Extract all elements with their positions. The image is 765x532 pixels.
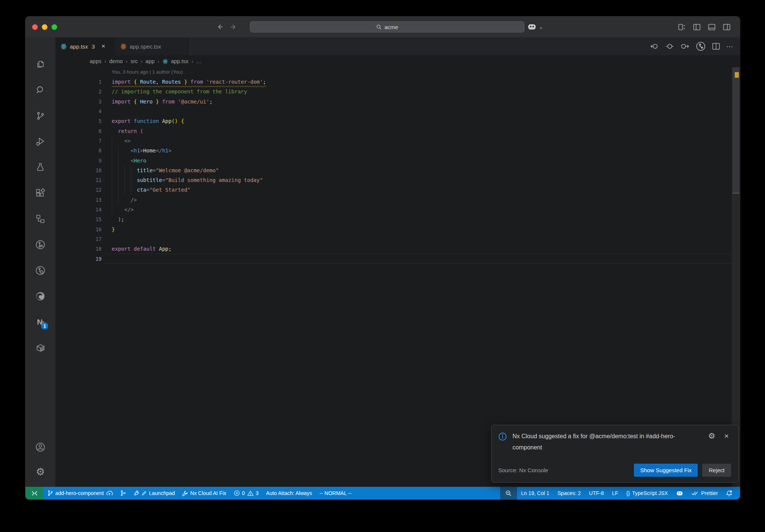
line-number[interactable]: 10	[55, 167, 102, 173]
git-branch-item[interactable]: add-hero-component	[44, 487, 117, 499]
scrollbar-thumb[interactable]	[733, 67, 739, 194]
breadcrumb-file[interactable]: app.tsx	[171, 58, 189, 64]
toggle-secondary-sidebar-icon[interactable]	[723, 24, 730, 30]
line-number[interactable]: 15	[55, 216, 102, 222]
code-line-9[interactable]: 9 <Hero	[55, 155, 732, 165]
encoding-item[interactable]: UTF-8	[585, 487, 608, 499]
references-view-icon[interactable]	[35, 214, 46, 224]
history-back-icon[interactable]	[217, 24, 223, 30]
line-number[interactable]: 1	[55, 79, 102, 85]
line-number[interactable]: 18	[55, 246, 102, 252]
code-line-2[interactable]: 2// importing the component from the lib…	[55, 87, 732, 96]
problems-item[interactable]: 0 3	[230, 487, 263, 499]
code-line-7[interactable]: 7 <>	[55, 136, 732, 146]
testing-icon[interactable]	[35, 162, 46, 173]
code-line-11[interactable]: 11 subtitle="Build something amazing tod…	[55, 175, 732, 185]
copilot-status-item[interactable]	[672, 487, 687, 499]
auto-attach-item[interactable]: Auto Attach: Always	[262, 487, 316, 499]
search-view-icon[interactable]	[35, 85, 46, 95]
close-tab-icon[interactable]: ×	[102, 43, 105, 50]
notification-close-icon[interactable]: ×	[724, 432, 729, 440]
history-forward-icon[interactable]	[230, 24, 237, 30]
code-line-10[interactable]: 10 title="Welcmoe @acme/demo"	[55, 166, 732, 175]
line-number[interactable]: 14	[55, 207, 102, 213]
code-line-19[interactable]: 19	[55, 254, 732, 263]
code-line-1[interactable]: 1import { Route, Routes } from 'react-ro…	[55, 77, 732, 87]
breadcrumb-item[interactable]: src	[130, 58, 137, 64]
source-control-icon[interactable]	[35, 111, 46, 121]
code-line-16[interactable]: 16}	[55, 225, 732, 234]
edge-browser-icon[interactable]	[35, 291, 46, 301]
code-line-4[interactable]: 4	[55, 106, 732, 116]
breadcrumb-item[interactable]: app	[146, 58, 155, 64]
vim-mode-item[interactable]: -- NORMAL --	[316, 487, 355, 499]
line-number[interactable]: 16	[55, 226, 102, 232]
line-number[interactable]: 4	[55, 108, 102, 114]
settings-gear-icon[interactable]: ⚙	[35, 467, 46, 477]
gitlens-inspect-icon[interactable]	[35, 265, 46, 276]
code-line-6[interactable]: 6 return (	[55, 126, 732, 136]
command-center-search[interactable]: acme	[250, 21, 524, 33]
copilot-icon[interactable]	[527, 23, 536, 31]
formatter-item[interactable]: Prettier	[687, 487, 722, 499]
accounts-icon[interactable]	[35, 442, 46, 452]
gitlens-blame-annotation[interactable]: You, 3 hours ago | 1 author (You)	[112, 69, 183, 75]
code-line-13[interactable]: 13 />	[55, 195, 732, 205]
language-mode-item[interactable]: {} TypeScript JSX	[622, 487, 672, 499]
nx-console-icon[interactable]: N› 1	[35, 317, 46, 327]
code-line-17[interactable]: 17	[55, 234, 732, 244]
breadcrumb-item[interactable]: apps	[90, 58, 101, 64]
editor-scrollbar[interactable]	[732, 67, 740, 487]
run-and-debug-icon[interactable]	[35, 136, 46, 147]
notification-settings-gear-icon[interactable]: ⚙	[708, 432, 715, 440]
code-line-14[interactable]: 14 </>	[55, 205, 732, 214]
more-actions-icon[interactable]: ⋯	[726, 42, 733, 51]
indentation-item[interactable]: Spaces: 2	[554, 487, 585, 499]
customize-layout-icon[interactable]	[678, 24, 685, 30]
close-window-button[interactable]	[32, 24, 38, 30]
line-number[interactable]: 13	[55, 197, 102, 203]
line-number[interactable]: 3	[55, 99, 102, 105]
extensions-icon[interactable]	[35, 188, 46, 198]
minimize-window-button[interactable]	[42, 24, 47, 30]
show-suggested-fix-button[interactable]: Show Suggested Fix	[634, 464, 698, 477]
line-number[interactable]: 12	[55, 187, 102, 193]
notifications-bell-item[interactable]	[722, 487, 736, 499]
zoom-out-item[interactable]	[500, 487, 517, 499]
code-line-5[interactable]: 5export function App() {	[55, 116, 732, 126]
git-graph-item[interactable]	[117, 487, 130, 499]
code-editor[interactable]: You, 3 hours ago | 1 author (You) 1impor…	[55, 67, 740, 487]
split-editor-icon[interactable]	[712, 43, 720, 50]
commit-graph-icon[interactable]	[696, 41, 706, 52]
line-number[interactable]: 17	[55, 236, 102, 242]
gitlens-icon[interactable]	[35, 239, 46, 250]
breadcrumb-symbol[interactable]: …	[196, 58, 202, 64]
line-number[interactable]: 2	[55, 89, 102, 95]
launchpad-item[interactable]: Launchpad	[130, 487, 179, 499]
cursor-position-item[interactable]: Ln 19, Col 1	[517, 487, 554, 499]
line-number[interactable]: 8	[55, 148, 102, 154]
code-line-15[interactable]: 15 );	[55, 214, 732, 224]
line-number[interactable]: 7	[55, 138, 102, 144]
tab-app-tsx[interactable]: app.tsx 3 ×	[55, 37, 115, 55]
chevron-down-icon[interactable]: ⌄	[539, 24, 543, 30]
code-line-12[interactable]: 12 cta="Get Started"	[55, 185, 732, 195]
code-line-8[interactable]: 8 <h1>Home</h1>	[55, 146, 732, 155]
line-number[interactable]: 11	[55, 177, 102, 183]
eol-item[interactable]: LF	[608, 487, 622, 499]
toggle-primary-sidebar-icon[interactable]	[693, 24, 700, 30]
line-number[interactable]: 6	[55, 128, 102, 134]
breadcrumb-item[interactable]: demo	[109, 58, 123, 64]
explorer-icon[interactable]	[35, 59, 46, 69]
remote-indicator[interactable]	[25, 487, 44, 499]
line-number[interactable]: 5	[55, 118, 102, 124]
toggle-panel-icon[interactable]	[708, 24, 715, 30]
line-number[interactable]: 9	[55, 158, 102, 164]
tab-app-spec-tsx[interactable]: app.spec.tsx	[115, 37, 190, 55]
history-point-circle-icon[interactable]	[666, 43, 674, 50]
nx-cloud-fix-item[interactable]: Nx Cloud AI Fix	[179, 487, 230, 499]
reject-button[interactable]: Reject	[702, 464, 731, 477]
line-number[interactable]: 19	[55, 256, 102, 262]
zoom-window-button[interactable]	[52, 24, 57, 30]
code-line-3[interactable]: 3import { Hero } from '@acme/ui';	[55, 97, 732, 106]
